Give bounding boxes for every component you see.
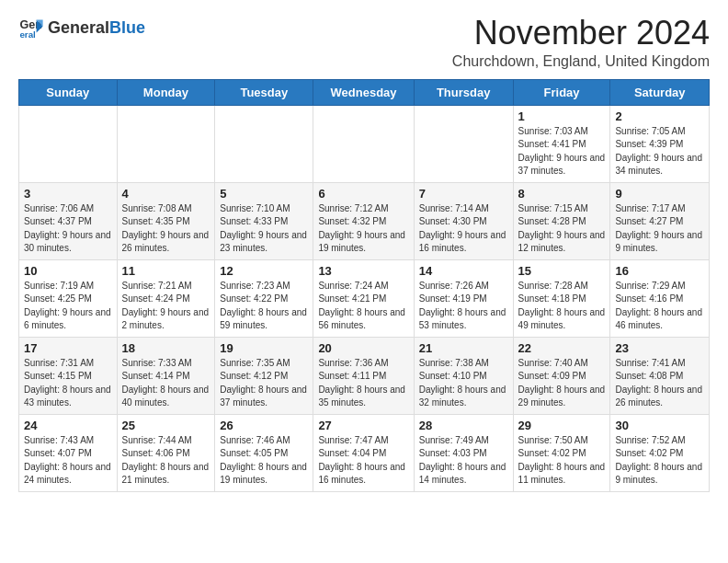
day-number: 30 <box>615 419 704 432</box>
day-header-friday: Friday <box>513 79 610 105</box>
day-number: 29 <box>518 419 606 432</box>
day-header-saturday: Saturday <box>610 79 710 105</box>
day-info: Sunrise: 7:50 AM Sunset: 4:02 PM Dayligh… <box>518 434 606 488</box>
day-info: Sunrise: 7:06 AM Sunset: 4:37 PM Dayligh… <box>24 202 112 256</box>
calendar-week-row: 1Sunrise: 7:03 AM Sunset: 4:41 PM Daylig… <box>19 105 710 182</box>
calendar-cell: 5Sunrise: 7:10 AM Sunset: 4:33 PM Daylig… <box>215 182 313 259</box>
day-info: Sunrise: 7:15 AM Sunset: 4:28 PM Dayligh… <box>518 202 606 256</box>
day-number: 28 <box>419 419 508 432</box>
calendar-cell: 27Sunrise: 7:47 AM Sunset: 4:04 PM Dayli… <box>313 414 414 491</box>
calendar-cell: 10Sunrise: 7:19 AM Sunset: 4:25 PM Dayli… <box>19 259 118 337</box>
day-info: Sunrise: 7:38 AM Sunset: 4:10 PM Dayligh… <box>419 357 508 410</box>
day-number: 17 <box>24 341 112 355</box>
day-info: Sunrise: 7:17 AM Sunset: 4:27 PM Dayligh… <box>615 202 704 256</box>
calendar-cell: 20Sunrise: 7:36 AM Sunset: 4:11 PM Dayli… <box>313 337 414 414</box>
day-number: 5 <box>220 187 308 201</box>
day-header-tuesday: Tuesday <box>215 79 313 105</box>
calendar-cell: 22Sunrise: 7:40 AM Sunset: 4:09 PM Dayli… <box>513 337 610 414</box>
calendar-cell: 4Sunrise: 7:08 AM Sunset: 4:35 PM Daylig… <box>117 182 215 259</box>
day-info: Sunrise: 7:31 AM Sunset: 4:15 PM Dayligh… <box>24 357 112 410</box>
calendar-cell: 25Sunrise: 7:44 AM Sunset: 4:06 PM Dayli… <box>117 414 215 491</box>
day-info: Sunrise: 7:14 AM Sunset: 4:30 PM Dayligh… <box>419 202 508 256</box>
day-number: 23 <box>615 341 704 355</box>
day-number: 12 <box>220 264 308 278</box>
logo-icon: Gen eral <box>18 15 44 40</box>
day-info: Sunrise: 7:23 AM Sunset: 4:22 PM Dayligh… <box>220 280 308 333</box>
calendar-cell: 30Sunrise: 7:52 AM Sunset: 4:02 PM Dayli… <box>610 414 710 491</box>
logo-blue: Blue <box>109 18 145 37</box>
day-number: 11 <box>122 264 210 278</box>
calendar-cell: 14Sunrise: 7:26 AM Sunset: 4:19 PM Dayli… <box>414 259 513 337</box>
day-number: 27 <box>318 419 408 432</box>
calendar: SundayMondayTuesdayWednesdayThursdayFrid… <box>18 79 710 492</box>
day-header-sunday: Sunday <box>19 79 118 105</box>
day-info: Sunrise: 7:35 AM Sunset: 4:12 PM Dayligh… <box>220 357 308 410</box>
calendar-cell: 2Sunrise: 7:05 AM Sunset: 4:39 PM Daylig… <box>610 105 710 182</box>
title-area: November 2024 Churchdown, England, Unite… <box>452 15 710 70</box>
calendar-cell: 15Sunrise: 7:28 AM Sunset: 4:18 PM Dayli… <box>513 259 610 337</box>
day-header-thursday: Thursday <box>414 79 513 105</box>
calendar-cell: 11Sunrise: 7:21 AM Sunset: 4:24 PM Dayli… <box>117 259 215 337</box>
day-number: 2 <box>615 109 704 123</box>
calendar-cell: 12Sunrise: 7:23 AM Sunset: 4:22 PM Dayli… <box>215 259 313 337</box>
month-title: November 2024 <box>452 15 710 52</box>
day-number: 18 <box>122 341 210 355</box>
day-info: Sunrise: 7:36 AM Sunset: 4:11 PM Dayligh… <box>318 357 408 410</box>
calendar-cell: 19Sunrise: 7:35 AM Sunset: 4:12 PM Dayli… <box>215 337 313 414</box>
day-number: 24 <box>24 419 112 432</box>
day-number: 7 <box>419 187 508 201</box>
day-number: 6 <box>318 187 408 201</box>
day-info: Sunrise: 7:49 AM Sunset: 4:03 PM Dayligh… <box>419 434 508 488</box>
day-info: Sunrise: 7:43 AM Sunset: 4:07 PM Dayligh… <box>24 434 112 488</box>
calendar-cell: 13Sunrise: 7:24 AM Sunset: 4:21 PM Dayli… <box>313 259 414 337</box>
day-number: 10 <box>24 264 112 278</box>
calendar-cell: 7Sunrise: 7:14 AM Sunset: 4:30 PM Daylig… <box>414 182 513 259</box>
calendar-cell: 8Sunrise: 7:15 AM Sunset: 4:28 PM Daylig… <box>513 182 610 259</box>
day-info: Sunrise: 7:52 AM Sunset: 4:02 PM Dayligh… <box>615 434 704 488</box>
calendar-cell <box>215 105 313 182</box>
day-header-wednesday: Wednesday <box>313 79 414 105</box>
calendar-header-row: SundayMondayTuesdayWednesdayThursdayFrid… <box>19 79 710 105</box>
calendar-cell: 26Sunrise: 7:46 AM Sunset: 4:05 PM Dayli… <box>215 414 313 491</box>
day-info: Sunrise: 7:03 AM Sunset: 4:41 PM Dayligh… <box>518 125 606 178</box>
day-number: 3 <box>24 187 112 201</box>
day-number: 9 <box>615 187 704 201</box>
day-info: Sunrise: 7:47 AM Sunset: 4:04 PM Dayligh… <box>318 434 408 488</box>
calendar-cell: 28Sunrise: 7:49 AM Sunset: 4:03 PM Dayli… <box>414 414 513 491</box>
calendar-cell: 6Sunrise: 7:12 AM Sunset: 4:32 PM Daylig… <box>313 182 414 259</box>
day-header-monday: Monday <box>117 79 215 105</box>
day-number: 21 <box>419 341 508 355</box>
day-info: Sunrise: 7:24 AM Sunset: 4:21 PM Dayligh… <box>318 280 408 333</box>
day-number: 25 <box>122 419 210 432</box>
calendar-cell: 3Sunrise: 7:06 AM Sunset: 4:37 PM Daylig… <box>19 182 118 259</box>
day-info: Sunrise: 7:12 AM Sunset: 4:32 PM Dayligh… <box>318 202 408 256</box>
calendar-cell <box>414 105 513 182</box>
calendar-cell <box>117 105 215 182</box>
calendar-cell: 17Sunrise: 7:31 AM Sunset: 4:15 PM Dayli… <box>19 337 118 414</box>
logo-general: General <box>48 18 109 37</box>
header: Gen eral GeneralBlue November 2024 Churc… <box>18 15 710 70</box>
day-info: Sunrise: 7:46 AM Sunset: 4:05 PM Dayligh… <box>220 434 308 488</box>
day-info: Sunrise: 7:29 AM Sunset: 4:16 PM Dayligh… <box>615 280 704 333</box>
svg-text:eral: eral <box>19 29 36 40</box>
calendar-cell: 24Sunrise: 7:43 AM Sunset: 4:07 PM Dayli… <box>19 414 118 491</box>
day-info: Sunrise: 7:28 AM Sunset: 4:18 PM Dayligh… <box>518 280 606 333</box>
day-info: Sunrise: 7:26 AM Sunset: 4:19 PM Dayligh… <box>419 280 508 333</box>
day-number: 15 <box>518 264 606 278</box>
day-info: Sunrise: 7:41 AM Sunset: 4:08 PM Dayligh… <box>615 357 704 410</box>
day-number: 8 <box>518 187 606 201</box>
day-number: 16 <box>615 264 704 278</box>
day-info: Sunrise: 7:40 AM Sunset: 4:09 PM Dayligh… <box>518 357 606 410</box>
calendar-week-row: 10Sunrise: 7:19 AM Sunset: 4:25 PM Dayli… <box>19 259 710 337</box>
day-info: Sunrise: 7:08 AM Sunset: 4:35 PM Dayligh… <box>122 202 210 256</box>
day-number: 1 <box>518 109 606 123</box>
day-info: Sunrise: 7:44 AM Sunset: 4:06 PM Dayligh… <box>122 434 210 488</box>
calendar-cell: 18Sunrise: 7:33 AM Sunset: 4:14 PM Dayli… <box>117 337 215 414</box>
day-number: 20 <box>318 341 408 355</box>
day-number: 22 <box>518 341 606 355</box>
logo: Gen eral GeneralBlue <box>18 15 145 40</box>
calendar-cell <box>313 105 414 182</box>
day-info: Sunrise: 7:33 AM Sunset: 4:14 PM Dayligh… <box>122 357 210 410</box>
calendar-cell: 1Sunrise: 7:03 AM Sunset: 4:41 PM Daylig… <box>513 105 610 182</box>
calendar-cell: 9Sunrise: 7:17 AM Sunset: 4:27 PM Daylig… <box>610 182 710 259</box>
